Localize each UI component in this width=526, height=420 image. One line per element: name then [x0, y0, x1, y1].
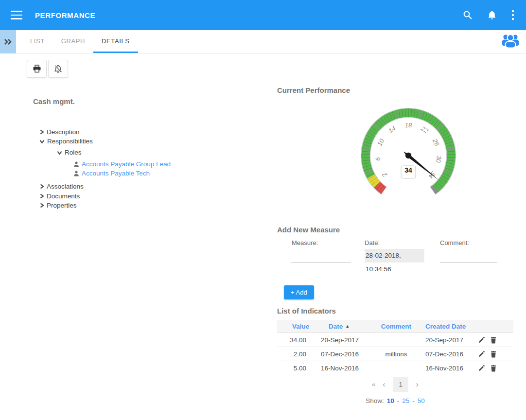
edit-icon[interactable] [478, 336, 485, 344]
tree-item-label[interactable]: Description [47, 128, 80, 136]
svg-text:6: 6 [374, 157, 382, 161]
page-size-10[interactable]: 10 [387, 397, 394, 404]
delete-icon[interactable] [490, 365, 497, 372]
column-header-value[interactable]: Value [277, 323, 316, 330]
printer-icon [33, 65, 41, 73]
role-link[interactable]: Accounts Payable Tech [82, 170, 150, 177]
column-header-comment[interactable]: Comment [374, 323, 418, 330]
column-header-date[interactable]: Date ▲ [316, 323, 374, 330]
tabbar: LIST GRAPH DETAILS [0, 30, 526, 53]
page-size-50[interactable]: 50 [418, 397, 425, 404]
chevron-down-icon[interactable] [57, 150, 62, 155]
chevron-right-icon[interactable] [39, 193, 44, 199]
measure-label: Measure: [292, 239, 318, 246]
tree-item-label[interactable]: Documents [47, 192, 80, 200]
tab-graph[interactable]: GRAPH [53, 30, 93, 53]
cell-comment: millions [374, 350, 418, 358]
person-icon [73, 171, 79, 176]
tree-item-responsibilities[interactable]: Responsibilities [39, 137, 205, 146]
page-size-selector: Show: 10 - 25 - 50 [277, 397, 513, 404]
cell-created-date: 07-Dec-2016 [418, 350, 474, 358]
prev-page-button[interactable]: ‹ [383, 377, 385, 392]
cell-date: 16-Nov-2016 [316, 365, 374, 372]
delete-icon[interactable] [490, 336, 497, 344]
tree-item-associations[interactable]: Associations [39, 182, 205, 191]
tree-item-label[interactable]: Responsibilities [47, 138, 93, 145]
tree-item-properties[interactable]: Properties [39, 201, 205, 210]
svg-text:2: 2 [380, 171, 388, 179]
cell-value: 34.00 [277, 336, 316, 344]
add-button[interactable]: + Add [284, 285, 314, 299]
tree-item-description[interactable]: Description [39, 127, 205, 137]
measure-input[interactable] [291, 251, 351, 263]
tree-item-label[interactable]: Associations [47, 183, 84, 190]
date-input[interactable]: 28-02-2018, 10:34:56 [365, 249, 424, 262]
cell-value: 5.00 [277, 365, 316, 372]
svg-text:34: 34 [404, 166, 412, 174]
next-page-button[interactable]: › [416, 377, 419, 392]
cell-value: 2.00 [277, 350, 316, 358]
svg-text:30: 30 [435, 155, 443, 163]
tree-item-label[interactable]: Properties [47, 202, 77, 209]
chevron-right-icon[interactable] [39, 129, 44, 135]
object-title: Cash mgmt. [33, 97, 75, 105]
notifications-icon[interactable] [487, 10, 497, 20]
separator: - [397, 397, 400, 404]
column-header-created-date[interactable]: Created Date [418, 323, 474, 330]
menu-icon[interactable] [11, 11, 22, 19]
person-icon [73, 161, 79, 167]
svg-text:18: 18 [405, 122, 412, 129]
print-button[interactable] [27, 60, 47, 78]
group-users-button[interactable] [501, 33, 520, 50]
comment-input[interactable] [440, 251, 497, 263]
tree-item-documents[interactable]: Documents [39, 192, 205, 201]
cell-created-date: 20-Sep-2017 [418, 336, 474, 344]
add-new-measure-title: Add New Measure [277, 226, 340, 234]
date-label: Date: [365, 239, 380, 246]
people-icon [501, 33, 520, 48]
svg-text:22: 22 [420, 124, 430, 135]
search-icon[interactable] [463, 10, 473, 20]
separator: - [412, 397, 415, 404]
mute-notifications-button[interactable] [48, 60, 68, 78]
details-tree: Description Responsibilities Roles Accou… [39, 127, 205, 210]
tab-list[interactable]: LIST [22, 30, 53, 53]
comment-label: Comment: [440, 239, 469, 246]
table-header: Value Date ▲ Comment Created Date [277, 320, 513, 333]
tab-details[interactable]: DETAILS [93, 30, 138, 53]
topbar: PERFORMANCE [0, 0, 526, 30]
tree-item-label[interactable]: Roles [65, 149, 82, 156]
svg-text:10: 10 [376, 137, 386, 147]
table-row: 34.00 20-Sep-2017 20-Sep-2017 [277, 333, 513, 347]
chevron-right-icon[interactable] [39, 184, 44, 189]
role-link[interactable]: Accounts Payable Group Lead [82, 160, 171, 168]
list-of-indicators-title: List of Indicators [277, 307, 336, 315]
svg-text:26: 26 [431, 137, 441, 147]
indicators-table: Value Date ▲ Comment Created Date 34.00 … [277, 320, 513, 375]
cell-date: 07-Dec-2016 [316, 350, 374, 358]
kebab-menu-icon[interactable] [511, 10, 514, 20]
current-performance-title: Current Performance [277, 86, 350, 94]
table-row: 5.00 16-Nov-2016 16-Nov-2016 [277, 361, 513, 375]
chevron-down-icon[interactable] [39, 139, 45, 144]
first-page-button[interactable]: « [372, 377, 375, 392]
page-size-25[interactable]: 25 [402, 397, 409, 404]
show-label: Show: [366, 397, 384, 404]
notifications-off-icon [54, 65, 62, 73]
page-number[interactable]: 1 [393, 377, 408, 392]
app-title: PERFORMANCE [35, 11, 95, 19]
edit-icon[interactable] [478, 365, 485, 372]
column-header-date-label: Date [329, 323, 343, 330]
pagination: « ‹ 1 › [277, 377, 513, 392]
sort-asc-icon: ▲ [345, 324, 350, 329]
tree-item-role-link[interactable]: Accounts Payable Tech [73, 169, 205, 178]
expand-panel-button[interactable] [0, 30, 16, 53]
delete-icon[interactable] [490, 350, 497, 358]
cell-date: 20-Sep-2017 [316, 336, 374, 344]
gauge-chart: 261014182226303434 [346, 100, 471, 208]
cell-created-date: 16-Nov-2016 [418, 365, 474, 372]
tree-item-role-link[interactable]: Accounts Payable Group Lead [73, 159, 205, 169]
chevron-right-icon[interactable] [39, 203, 44, 208]
edit-icon[interactable] [478, 350, 485, 358]
tree-item-roles[interactable]: Roles [57, 148, 205, 157]
